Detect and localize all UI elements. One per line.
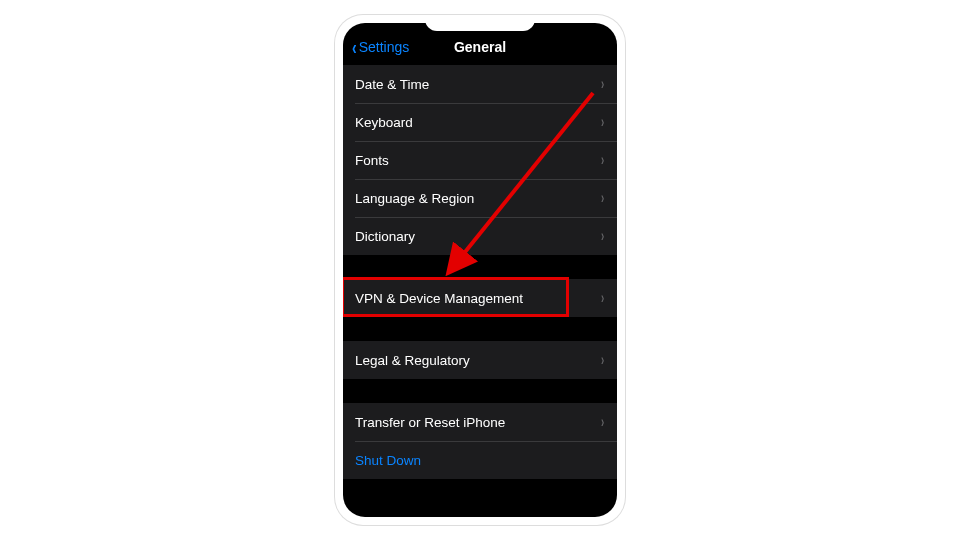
chevron-right-icon: › [601,351,604,369]
chevron-right-icon: › [601,227,604,245]
item-label: Keyboard [355,115,413,130]
chevron-right-icon: › [601,75,604,93]
keyboard-item[interactable]: Keyboard› [343,103,617,141]
date-time-item[interactable]: Date & Time› [343,65,617,103]
settings-group: Legal & Regulatory› [343,341,617,379]
item-label: VPN & Device Management [355,291,523,306]
settings-group: Date & Time›Keyboard›Fonts›Language & Re… [343,65,617,255]
item-label: Legal & Regulatory [355,353,470,368]
phone-screen: ‹ Settings General Date & Time›Keyboard›… [343,23,617,517]
item-label: Dictionary [355,229,415,244]
chevron-left-icon: ‹ [352,36,357,59]
language-region-item[interactable]: Language & Region› [343,179,617,217]
item-label: Transfer or Reset iPhone [355,415,505,430]
chevron-right-icon: › [601,413,604,431]
fonts-item[interactable]: Fonts› [343,141,617,179]
phone-frame: ‹ Settings General Date & Time›Keyboard›… [335,15,625,525]
shut-down-item[interactable]: Shut Down [343,441,617,479]
back-label: Settings [359,39,410,55]
chevron-right-icon: › [601,189,604,207]
chevron-right-icon: › [601,113,604,131]
settings-group: Transfer or Reset iPhone›Shut Down [343,403,617,479]
legal-regulatory-item[interactable]: Legal & Regulatory› [343,341,617,379]
item-label: Fonts [355,153,389,168]
back-button[interactable]: ‹ Settings [351,36,409,59]
phone-notch [425,15,535,31]
settings-list: Date & Time›Keyboard›Fonts›Language & Re… [343,65,617,479]
item-label: Shut Down [355,453,421,468]
transfer-reset-item[interactable]: Transfer or Reset iPhone› [343,403,617,441]
vpn-device-management-item[interactable]: VPN & Device Management› [343,279,617,317]
dictionary-item[interactable]: Dictionary› [343,217,617,255]
settings-group: VPN & Device Management› [343,279,617,317]
chevron-right-icon: › [601,151,604,169]
item-label: Date & Time [355,77,429,92]
nav-bar: ‹ Settings General [343,29,617,65]
item-label: Language & Region [355,191,474,206]
chevron-right-icon: › [601,289,604,307]
